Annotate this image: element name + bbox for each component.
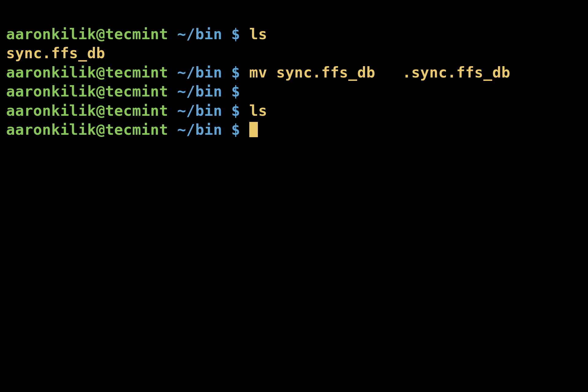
prompt-path: ~/bin (168, 102, 231, 119)
output-text: sync.ffs_db (6, 44, 105, 62)
terminal-line: aaronkilik@tecmint ~/bin $ mv sync.ffs_d… (6, 63, 582, 82)
prompt-user-host: aaronkilik@tecmint (6, 83, 168, 100)
terminal-line: aaronkilik@tecmint ~/bin $ (6, 120, 582, 139)
terminal-window[interactable]: aaronkilik@tecmint ~/bin $ ls sync.ffs_d… (0, 0, 588, 392)
prompt-user-host: aaronkilik@tecmint (6, 64, 168, 81)
command-text (240, 121, 249, 138)
prompt-path: ~/bin (168, 25, 231, 43)
terminal-output-line: sync.ffs_db (6, 43, 582, 62)
prompt-path: ~/bin (168, 64, 231, 81)
command-text (240, 83, 249, 100)
terminal-line: aaronkilik@tecmint ~/bin $ ls (6, 101, 582, 120)
prompt-path: ~/bin (168, 121, 231, 138)
prompt-path: ~/bin (168, 83, 231, 100)
prompt-symbol: $ (231, 102, 240, 119)
terminal-line: aaronkilik@tecmint ~/bin $ (6, 82, 582, 101)
cursor-block-icon (249, 122, 258, 137)
prompt-symbol: $ (231, 83, 240, 100)
prompt-user-host: aaronkilik@tecmint (6, 25, 168, 43)
prompt-user-host: aaronkilik@tecmint (6, 121, 168, 138)
command-text: ls (240, 102, 267, 119)
prompt-symbol: $ (231, 25, 240, 43)
prompt-symbol: $ (231, 64, 240, 81)
prompt-symbol: $ (231, 121, 240, 138)
prompt-user-host: aaronkilik@tecmint (6, 102, 168, 119)
command-text: ls (240, 25, 267, 43)
terminal-line: aaronkilik@tecmint ~/bin $ ls (6, 24, 582, 43)
command-text: mv sync.ffs_db .sync.ffs_db (240, 64, 510, 81)
